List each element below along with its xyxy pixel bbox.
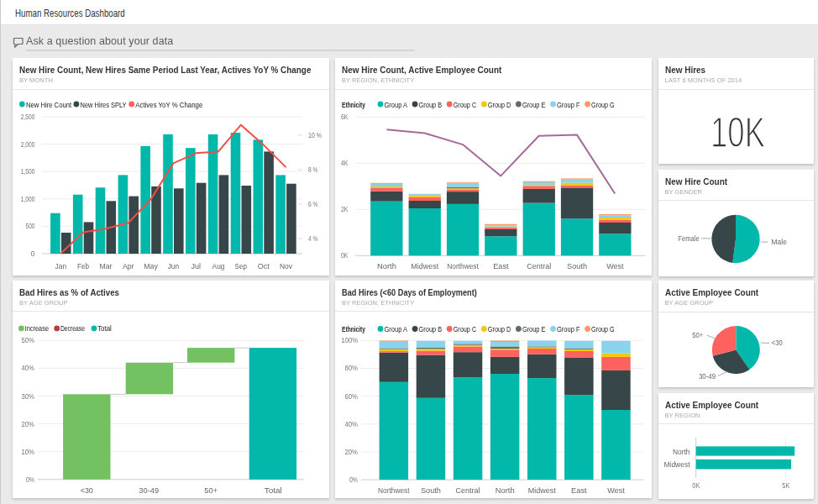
svg-text:2,500: 2,500 <box>21 113 35 121</box>
svg-text:2K: 2K <box>341 205 349 213</box>
svg-text:4 %: 4 % <box>308 234 318 243</box>
svg-text:North: North <box>377 261 396 270</box>
svg-text:Aug: Aug <box>212 261 225 270</box>
svg-text:30%: 30% <box>22 391 35 400</box>
svg-text:Group C: Group C <box>454 324 477 333</box>
svg-text:Male: Male <box>771 237 786 246</box>
svg-text:Apr: Apr <box>123 261 134 270</box>
svg-text:Group G: Group G <box>591 100 615 109</box>
svg-text:North: North <box>496 486 515 495</box>
svg-text:80%: 80% <box>345 364 359 372</box>
svg-text:Total: Total <box>265 486 282 495</box>
svg-text:West: West <box>607 486 625 495</box>
svg-text:20%: 20% <box>345 447 359 455</box>
svg-text:Decrease: Decrease <box>60 323 85 333</box>
svg-text:<30: <30 <box>772 338 783 347</box>
svg-text:50+: 50+ <box>692 330 703 339</box>
svg-text:Oct: Oct <box>258 261 270 270</box>
svg-text:4K: 4K <box>341 159 349 167</box>
svg-text:<30: <30 <box>81 486 93 495</box>
svg-text:Total: Total <box>97 323 112 333</box>
svg-text:East: East <box>571 486 587 495</box>
svg-text:6K: 6K <box>341 113 349 121</box>
svg-text:South: South <box>421 486 441 495</box>
svg-text:Group F: Group F <box>557 324 580 333</box>
svg-text:1,000: 1,000 <box>21 195 35 203</box>
svg-text:40%: 40% <box>345 419 359 428</box>
svg-text:5K: 5K <box>782 480 789 489</box>
svg-text:Northwest: Northwest <box>378 486 410 495</box>
svg-text:0K: 0K <box>341 251 349 260</box>
svg-text:Midwest: Midwest <box>528 486 556 495</box>
svg-text:Group B: Group B <box>419 100 442 109</box>
svg-text:Nov: Nov <box>280 261 292 270</box>
svg-text:30-49: 30-49 <box>139 486 159 495</box>
svg-text:6 %: 6 % <box>308 200 318 208</box>
svg-text:Group B: Group B <box>419 324 442 333</box>
svg-text:Midwest: Midwest <box>664 459 690 468</box>
svg-text:2,000: 2,000 <box>21 140 35 149</box>
svg-text:8 %: 8 % <box>308 165 318 174</box>
svg-text:Group F: Group F <box>557 100 580 109</box>
svg-text:Northwest: Northwest <box>447 261 479 270</box>
svg-text:Group E: Group E <box>522 324 546 333</box>
svg-text:Group E: Group E <box>522 100 546 109</box>
svg-text:Midwest: Midwest <box>411 261 438 270</box>
svg-text:Central: Central <box>456 486 480 495</box>
svg-text:Feb: Feb <box>77 261 89 270</box>
svg-text:50+: 50+ <box>204 486 218 495</box>
svg-text:10 %: 10 % <box>308 131 322 139</box>
svg-text:May: May <box>144 261 158 270</box>
svg-text:West: West <box>606 261 624 270</box>
svg-text:Group D: Group D <box>488 324 511 333</box>
svg-text:Group D: Group D <box>488 100 511 109</box>
svg-text:50%: 50% <box>22 336 35 344</box>
svg-text:New Hires SPLY: New Hires SPLY <box>81 100 128 109</box>
svg-text:Jun: Jun <box>168 261 180 270</box>
svg-text:0%: 0% <box>26 475 34 483</box>
svg-text:South: South <box>567 261 587 270</box>
svg-text:Ethnicity: Ethnicity <box>342 100 365 109</box>
svg-text:New Hire Count: New Hire Count <box>26 100 71 109</box>
svg-text:60%: 60% <box>345 391 359 400</box>
svg-text:30-49: 30-49 <box>699 371 716 381</box>
svg-text:Actives YoY % Change: Actives YoY % Change <box>135 100 202 109</box>
svg-text:Mar: Mar <box>99 261 112 270</box>
svg-text:0K: 0K <box>692 480 700 489</box>
svg-text:500: 500 <box>26 222 35 230</box>
svg-text:0: 0 <box>30 249 34 258</box>
svg-text:100%: 100% <box>342 336 359 344</box>
svg-text:20%: 20% <box>22 419 35 428</box>
svg-text:Increase: Increase <box>25 323 49 333</box>
svg-text:1,500: 1,500 <box>21 167 35 176</box>
svg-text:0%: 0% <box>349 475 358 484</box>
svg-text:10%: 10% <box>22 447 35 455</box>
svg-text:East: East <box>493 261 509 270</box>
svg-text:Group A: Group A <box>385 324 408 333</box>
svg-text:Group A: Group A <box>385 100 408 109</box>
svg-text:Group C: Group C <box>454 100 477 109</box>
svg-text:Jul: Jul <box>191 261 201 270</box>
svg-text:Ethnicity: Ethnicity <box>342 324 365 333</box>
svg-text:Central: Central <box>527 261 551 270</box>
svg-text:Jan: Jan <box>55 261 67 270</box>
svg-text:Female: Female <box>678 233 699 242</box>
svg-text:North: North <box>673 446 690 455</box>
svg-text:Sep: Sep <box>235 261 248 270</box>
svg-text:40%: 40% <box>22 364 35 372</box>
svg-text:Group G: Group G <box>591 324 615 333</box>
